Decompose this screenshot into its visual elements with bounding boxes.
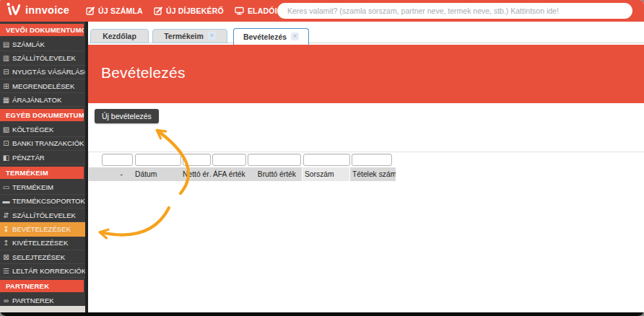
sidebar-item-szamlak[interactable]: ▤ SZÁMLÁK: [0, 38, 85, 51]
sidebar-item-label: MEGRENDELÉSEK: [12, 82, 74, 90]
filter-input-sorszam[interactable]: [303, 154, 350, 166]
sidebar-item-label: NYUGTÁS VÁSÁRLÁSOK: [12, 68, 85, 76]
window-bottom-edge: [0, 312, 644, 316]
product-groups-icon: ▬: [0, 197, 12, 205]
column-header-dash[interactable]: -: [89, 167, 134, 181]
column-header-tetelek[interactable]: Tételek száma: [350, 167, 396, 181]
filter-input-tetelek[interactable]: [352, 154, 392, 166]
sidebar-item-label: KIVÉTELEZÉSEK: [12, 239, 68, 247]
sidebar-item-kivetelezesek[interactable]: ↥ KIVÉTELEZÉSEK: [0, 237, 85, 250]
sidebar-item-label: KÖLTSÉGEK: [12, 126, 53, 133]
sidebar-item-label: BEVÉTELEZÉSEK: [12, 225, 71, 233]
tab-bevetelezes[interactable]: Bevételezés ×: [233, 28, 309, 45]
costs-icon: ▧: [0, 126, 12, 133]
section-header-partnerek: PARTNEREK: [0, 280, 84, 292]
compose-icon: [86, 6, 95, 15]
sidebar-item-label: TERMÉKCSOPORTOK: [12, 197, 85, 205]
logo-text: innvoice: [25, 4, 69, 16]
sidebar-item-nyugtas-vasarlasok[interactable]: ⊟ NYUGTÁS VÁSÁRLÁSOK: [0, 66, 85, 79]
new-invoice-label: ÚJ SZÁMLA: [98, 6, 143, 15]
filter-input-datum[interactable]: [135, 154, 181, 166]
sidebar-item-penztar[interactable]: ◧ PÉNZTÁR: [0, 151, 85, 164]
receipt-icon: ⊟: [0, 68, 12, 76]
new-proforma-button[interactable]: ÚJ DÍJBEKÉRŐ: [154, 6, 224, 15]
sidebar-item-label: SZÁMLÁK: [12, 40, 45, 48]
invoice-icon: ▤: [0, 40, 12, 48]
inventory-icon: ☰: [0, 267, 12, 275]
new-bevetelezes-button[interactable]: Új bevételezés: [95, 109, 159, 123]
compose-icon: [154, 6, 162, 15]
sidebar-item-szallitolevelek[interactable]: ▥ SZÁLLÍTÓLEVELEK: [0, 51, 85, 65]
sidebar-item-banki-tranzakciok[interactable]: ⊡ BANKI TRANZAKCIÓK: [0, 137, 85, 151]
terminal-icon: [235, 6, 244, 15]
column-header-afa[interactable]: ÁFA érték: [211, 167, 247, 181]
sidebar-item-bevetelezesek[interactable]: ↧ BEVÉTELEZÉSEK: [0, 222, 85, 236]
new-proforma-label: ÚJ DÍJBEKÉRŐ: [166, 6, 224, 15]
quote-icon: ▦: [0, 96, 12, 104]
sidebar-item-label: PÉNZTÁR: [12, 154, 45, 162]
tab-termekeim[interactable]: Termékeim ×: [152, 29, 227, 43]
app-window: innvoice ÚJ SZÁMLA ÚJ DÍJBEKÉRŐ: [0, 0, 644, 316]
sidebar-item-label: SZÁLLÍTÓLEVELEK: [12, 54, 76, 62]
sidebar-item-label: ÁRAJÁNLATOK: [12, 96, 61, 104]
column-header-brutto[interactable]: Bruttó érték: [247, 167, 302, 181]
tab-kezdolap[interactable]: Kezdőlap: [90, 29, 149, 43]
sidebar-item-termekeim[interactable]: ▭ TERMÉKEIM: [0, 180, 85, 194]
column-header-netto[interactable]: Nettó ér…: [181, 167, 211, 181]
section-header-egyeb-dokumentumok: EGYÉB DOKUMENTUMOK: [0, 109, 84, 121]
innvoice-logo[interactable]: innvoice: [6, 2, 69, 17]
data-table: - Dátum Nettó ér… ÁFA érték Bruttó érték…: [88, 152, 644, 182]
scrap-icon: ⊠: [0, 253, 12, 261]
sidebar-item-label: PARTNEREK: [12, 297, 54, 304]
filter-input-afa[interactable]: [212, 154, 246, 166]
filter-input-brutto[interactable]: [248, 154, 301, 166]
tab-label: Termékeim: [164, 32, 204, 40]
transfer-icon: ⇵: [0, 211, 12, 219]
stock-out-icon: ↥: [0, 239, 12, 247]
innvoice-logo-icon: [6, 2, 22, 17]
sidebar-item-label: BANKI TRANZAKCIÓK: [12, 139, 84, 147]
cart-icon: ⊞: [0, 82, 12, 90]
column-header-sorszam[interactable]: Sorszám: [302, 167, 350, 181]
sidebar-item-szallitolevelek-termek[interactable]: ⇵ SZÁLLÍTÓLEVELEK: [0, 209, 85, 222]
tab-label: Kezdőlap: [103, 32, 136, 40]
main-content: Kezdőlap Termékeim × Bevételezés × Bevét…: [88, 22, 644, 312]
section-header-vevoi-dokumentumok: VEVŐI DOKUMENTUMOK: [0, 24, 84, 36]
close-icon[interactable]: ×: [291, 32, 299, 40]
sidebar-item-selejtezesek[interactable]: ⊠ SELEJTEZÉSEK: [0, 250, 85, 264]
global-search-input[interactable]: [277, 3, 632, 19]
sidebar-item-label: SELEJTEZÉSEK: [12, 253, 65, 261]
sidebar-item-megrendelesek[interactable]: ⊞ MEGRENDELÉSEK: [0, 79, 85, 93]
cash-icon: ◧: [0, 154, 12, 162]
page-title: Bevételezés: [101, 64, 186, 82]
section-header-termekeim: TERMÉKEIM: [0, 167, 84, 179]
top-bar: innvoice ÚJ SZÁMLA ÚJ DÍJBEKÉRŐ: [0, 0, 644, 22]
stock-in-icon: ↧: [0, 225, 12, 233]
sidebar-item-label: SZÁLLÍTÓLEVELEK: [12, 211, 76, 219]
sidebar-item-leltar-korrekciok[interactable]: ☰ LELTÁR KORREKCIÓK: [0, 264, 85, 278]
sidebar-item-koltsegek[interactable]: ▧ KÖLTSÉGEK: [0, 123, 85, 136]
sidebar-item-termekcsoportok[interactable]: ▬ TERMÉKCSOPORTOK: [0, 195, 85, 209]
filter-input-netto[interactable]: [183, 154, 211, 166]
new-invoice-button[interactable]: ÚJ SZÁMLA: [86, 6, 143, 15]
sidebar-item-arajanlatok[interactable]: ▦ ÁRAJÁNLATOK: [0, 93, 85, 107]
close-icon[interactable]: ×: [208, 32, 216, 40]
tab-label: Bevételezés: [243, 32, 287, 41]
column-header-datum[interactable]: Dátum: [134, 167, 181, 181]
sidebar-footer: [0, 306, 85, 312]
product-icon: ▭: [0, 183, 12, 191]
arrow-to-sidebar-bevetelezesek: [100, 208, 169, 235]
bank-icon: ⊡: [0, 139, 12, 147]
sidebar-item-label: LELTÁR KORREKCIÓK: [12, 267, 85, 275]
sidebar-item-label: TERMÉKEIM: [12, 183, 53, 191]
filter-input-dash[interactable]: [102, 154, 133, 166]
partners-icon: ∞: [0, 297, 12, 304]
sidebar-nav: VEVŐI DOKUMENTUMOK ▤ SZÁMLÁK ▥ SZÁLLÍTÓL…: [0, 22, 85, 306]
page-banner: Bevételezés: [88, 45, 644, 103]
truck-icon: ▥: [0, 54, 12, 62]
